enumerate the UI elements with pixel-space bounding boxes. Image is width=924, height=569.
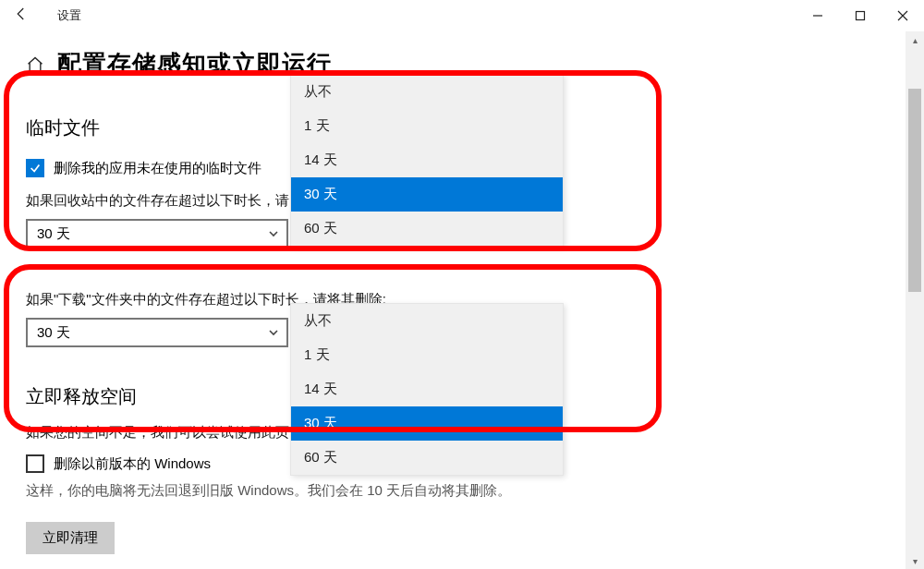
clean-now-button[interactable]: 立即清理 bbox=[26, 522, 115, 554]
minimize-button[interactable] bbox=[796, 0, 839, 31]
dropdown-option[interactable]: 从不 bbox=[291, 75, 563, 109]
dropdown-option[interactable]: 14 天 bbox=[291, 143, 563, 177]
delete-old-windows-checkbox[interactable] bbox=[26, 454, 44, 473]
chevron-down-icon bbox=[268, 325, 279, 341]
dropdown-option[interactable]: 60 天 bbox=[291, 441, 563, 475]
dropdown-option[interactable]: 从不 bbox=[291, 304, 563, 338]
downloads-select[interactable]: 30 天 bbox=[26, 318, 288, 347]
svg-rect-0 bbox=[857, 12, 865, 20]
recycle-bin-select[interactable]: 30 天 bbox=[26, 219, 288, 248]
dropdown-option[interactable]: 30 天 bbox=[291, 406, 563, 441]
recycle-bin-select-value: 30 天 bbox=[37, 225, 70, 243]
content-area: 配置存储感知或立即运行 临时文件 删除我的应用未在使用的临时文件 如果回收站中的… bbox=[0, 31, 924, 569]
scrollbar-thumb[interactable] bbox=[908, 89, 921, 292]
dropdown-option[interactable]: 1 天 bbox=[291, 338, 563, 372]
downloads-dropdown[interactable]: 从不1 天14 天30 天60 天 bbox=[290, 303, 564, 476]
maximize-button[interactable] bbox=[839, 0, 881, 31]
delete-old-windows-desc: 这样，你的电脑将无法回退到旧版 Windows。我们会在 10 天后自动将其删除… bbox=[26, 482, 887, 500]
scrollbar[interactable]: ▴ ▾ bbox=[906, 31, 924, 569]
window-controls bbox=[796, 0, 924, 31]
home-icon[interactable] bbox=[26, 55, 44, 74]
downloads-select-value: 30 天 bbox=[37, 324, 70, 342]
window-title: 设置 bbox=[57, 7, 81, 24]
titlebar: 设置 bbox=[0, 0, 924, 31]
recycle-bin-dropdown[interactable]: 从不1 天14 天30 天60 天 bbox=[290, 74, 564, 247]
delete-temp-checkbox[interactable] bbox=[26, 159, 44, 177]
delete-old-windows-label: 删除以前版本的 Windows bbox=[54, 455, 211, 473]
chevron-down-icon bbox=[268, 226, 279, 242]
scroll-down-icon[interactable]: ▾ bbox=[906, 552, 924, 569]
dropdown-option[interactable]: 30 天 bbox=[291, 177, 563, 212]
close-button[interactable] bbox=[881, 0, 924, 31]
dropdown-option[interactable]: 60 天 bbox=[291, 212, 563, 246]
delete-temp-label: 删除我的应用未在使用的临时文件 bbox=[54, 160, 261, 177]
dropdown-option[interactable]: 1 天 bbox=[291, 109, 563, 143]
dropdown-option[interactable]: 14 天 bbox=[291, 372, 563, 406]
scroll-up-icon[interactable]: ▴ bbox=[906, 31, 924, 48]
back-button[interactable] bbox=[13, 6, 37, 27]
